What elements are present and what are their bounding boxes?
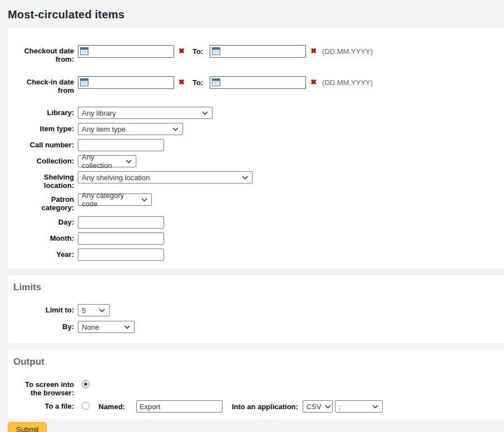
month-row: Month: [8,232,504,245]
to-label: To: [192,76,203,87]
limit-by-select[interactable]: None [78,321,135,333]
to-screen-radio[interactable] [82,380,90,388]
calendar-icon[interactable] [212,47,220,55]
shelving-location-row: Shelving location: Any shelving location [8,171,504,190]
date-format-hint: (DD.MM.YYYY) [322,45,373,56]
item-type-label: Item type: [8,123,78,133]
patron-category-row: Patron category: Any category code [8,193,504,212]
checkout-date-label: Checkout date from: [8,45,78,63]
checkout-date-to-input[interactable] [210,45,306,58]
separator-selected-value: ; [339,403,341,411]
limit-by-selected-value: None [82,323,99,331]
checkin-date-row: Check-in date from ✖ To: [8,76,504,95]
checkout-date-row: Checkout date from: ✖ To: [8,45,504,63]
checkin-date-to-box [210,76,306,89]
year-row: Year: [8,249,504,261]
separator-select[interactable]: ; [335,400,383,413]
library-label: Library: [8,107,78,117]
patron-category-select[interactable]: Any category code [78,193,152,206]
limits-panel: Limits Limit to: 5 By: None [8,275,504,343]
filters-panel: Checkout date from: ✖ To: [8,28,504,269]
checkin-date-to-input[interactable] [210,76,306,89]
day-label: Day: [8,216,78,226]
output-heading: Output [13,356,504,368]
chevron-down-icon [372,405,378,409]
checkin-date-label: Check-in date from [8,76,78,95]
clear-date-icon[interactable]: ✖ [179,45,185,55]
clear-date-icon[interactable]: ✖ [310,76,317,86]
clear-date-icon[interactable]: ✖ [179,76,185,86]
checkin-date-from-input[interactable] [78,76,174,89]
library-row: Library: Any library [8,107,504,119]
into-application-label: Into an application: [232,400,298,411]
checkin-date-from-box [78,76,174,89]
clear-date-icon[interactable]: ✖ [310,45,317,55]
file-format-select[interactable]: CSV [303,400,333,413]
item-type-selected-value: Any item type [82,125,126,133]
output-panel: Output To screen into the browser: To a … [8,350,504,419]
shelving-location-label: Shelving location: [8,171,78,190]
chevron-down-icon [126,160,132,163]
limit-by-row: By: None [8,321,504,333]
chevron-down-icon [242,176,248,180]
month-input[interactable] [78,232,164,245]
call-number-label: Call number: [8,139,78,149]
chevron-down-icon [172,127,179,131]
to-screen-label: To screen into the browser: [8,379,78,397]
to-label: To: [192,45,203,56]
item-type-select[interactable]: Any item type [78,123,183,135]
submit-button[interactable]: Submit [8,422,47,432]
patron-category-label: Patron category: [8,193,78,212]
shelving-location-selected-value: Any shelving location [82,173,150,182]
item-type-row: Item type: Any item type [8,123,504,135]
collection-selected-value: Any collection [82,153,122,170]
chevron-down-icon [325,405,331,409]
patron-category-selected-value: Any category code [82,191,138,208]
limits-heading: Limits [13,282,504,293]
limit-by-label: By: [8,321,78,331]
limit-to-select[interactable]: 5 [78,304,110,316]
calendar-icon[interactable] [80,47,88,55]
chevron-down-icon [99,309,105,312]
named-label: Named: [98,400,125,411]
collection-label: Collection: [8,155,78,165]
call-number-row: Call number: [8,139,504,151]
filename-input[interactable] [136,400,223,413]
library-selected-value: Any library [82,109,116,117]
collection-row: Collection: Any collection [8,155,504,167]
limit-to-label: Limit to: [8,304,78,314]
month-label: Month: [8,232,78,242]
calendar-icon[interactable] [212,78,220,86]
calendar-icon[interactable] [80,78,88,86]
collection-select[interactable]: Any collection [78,155,136,167]
to-file-radio[interactable] [82,402,90,410]
day-input[interactable] [78,216,164,229]
chevron-down-icon [124,325,130,329]
shelving-location-select[interactable]: Any shelving location [78,171,253,183]
call-number-input[interactable] [78,139,164,151]
output-to-file-row: To a file: Named: Into an application: C… [8,400,504,413]
library-select[interactable]: Any library [78,107,213,119]
year-input[interactable] [78,249,164,261]
date-format-hint: (DD.MM.YYYY) [322,76,373,87]
output-to-screen-row: To screen into the browser: [8,379,504,397]
chevron-down-icon [202,111,208,115]
day-row: Day: [8,216,504,229]
page-title: Most-circulated items [8,8,504,21]
limit-to-selected-value: 5 [82,306,86,315]
checkout-date-from-input[interactable] [78,45,174,58]
year-label: Year: [8,249,78,259]
checkout-date-to-box [210,45,306,58]
file-format-selected-value: CSV [307,403,322,411]
limit-to-row: Limit to: 5 [8,304,504,316]
chevron-down-icon [141,198,147,202]
checkout-date-from-box [78,45,174,58]
to-file-label: To a file: [8,400,78,410]
